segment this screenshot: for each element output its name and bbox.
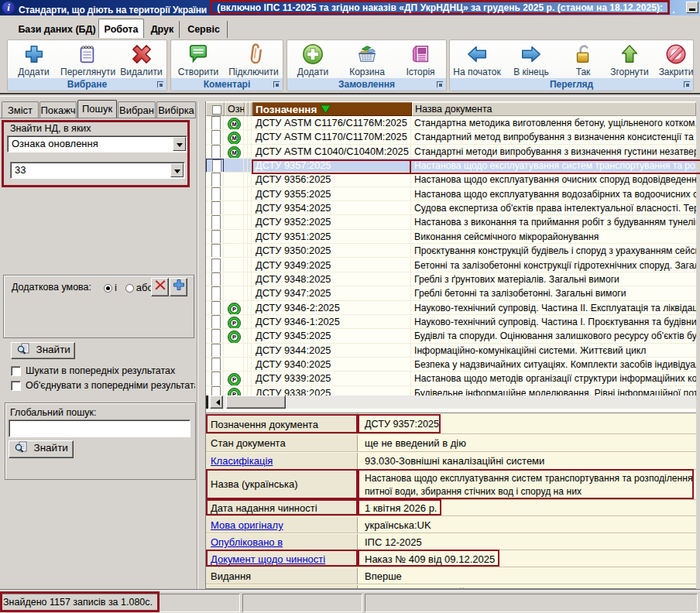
svg-text:Р: Р	[232, 334, 235, 341]
svg-text:М: М	[232, 121, 236, 128]
svg-text:Р: Р	[232, 306, 235, 313]
svg-text:Р: Р	[232, 377, 235, 384]
svg-text:М: М	[232, 149, 236, 156]
svg-text:Р: Р	[232, 320, 235, 327]
svg-text:М: М	[232, 135, 236, 142]
